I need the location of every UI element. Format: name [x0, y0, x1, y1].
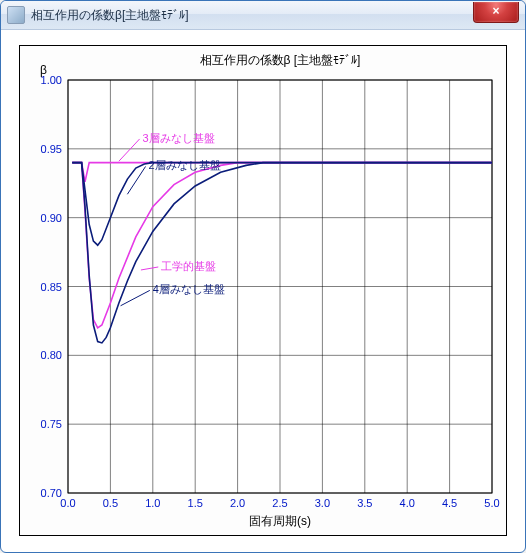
- svg-text:4.0: 4.0: [400, 497, 415, 509]
- app-window: 相互作用の係数β[主地盤ﾓﾃﾞﾙ] × 0.00.51.01.52.02.53.…: [0, 0, 526, 553]
- svg-text:2.5: 2.5: [272, 497, 287, 509]
- chart: 0.00.51.01.52.02.53.03.54.04.55.00.700.7…: [20, 46, 506, 535]
- series-label: 2層みなし基盤: [149, 159, 221, 171]
- series-label: 4層みなし基盤: [153, 283, 225, 295]
- plot-frame: 0.00.51.01.52.02.53.03.54.04.55.00.700.7…: [19, 45, 507, 536]
- svg-text:0.95: 0.95: [41, 143, 62, 155]
- series-label: 3層みなし基盤: [143, 132, 215, 144]
- close-button[interactable]: ×: [473, 2, 519, 23]
- svg-text:3.0: 3.0: [315, 497, 330, 509]
- svg-text:3.5: 3.5: [357, 497, 372, 509]
- svg-text:1.0: 1.0: [145, 497, 160, 509]
- svg-text:2.0: 2.0: [230, 497, 245, 509]
- svg-text:0.5: 0.5: [103, 497, 118, 509]
- svg-text:0.85: 0.85: [41, 281, 62, 293]
- y-axis-label: β: [40, 63, 47, 77]
- svg-text:4.5: 4.5: [442, 497, 457, 509]
- window-title: 相互作用の係数β[主地盤ﾓﾃﾞﾙ]: [31, 7, 189, 24]
- chart-title: 相互作用の係数β [主地盤ﾓﾃﾞﾙ]: [200, 53, 361, 67]
- svg-text:1.5: 1.5: [188, 497, 203, 509]
- svg-text:5.0: 5.0: [484, 497, 499, 509]
- series-label: 工学的基盤: [161, 260, 216, 272]
- svg-text:0.70: 0.70: [41, 487, 62, 499]
- app-icon: [7, 6, 25, 24]
- title-bar[interactable]: 相互作用の係数β[主地盤ﾓﾃﾞﾙ] ×: [1, 1, 525, 30]
- svg-text:0.90: 0.90: [41, 212, 62, 224]
- client-area: 0.00.51.01.52.02.53.03.54.04.55.00.700.7…: [9, 37, 517, 544]
- x-axis-label: 固有周期(s): [249, 514, 311, 528]
- svg-text:0.80: 0.80: [41, 349, 62, 361]
- close-icon: ×: [492, 4, 499, 18]
- svg-text:0.75: 0.75: [41, 418, 62, 430]
- svg-text:0.0: 0.0: [60, 497, 75, 509]
